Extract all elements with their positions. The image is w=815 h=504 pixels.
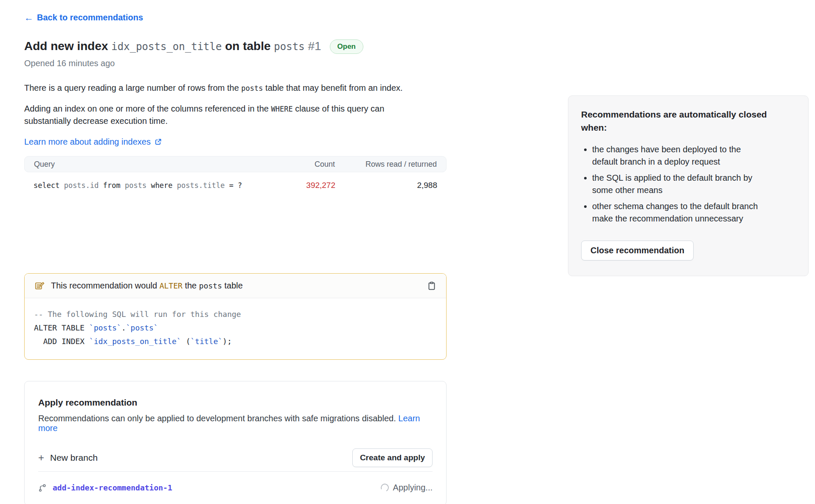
alter-text: the (183, 281, 199, 290)
alter-sql-code: -- The following SQL will run for this c… (25, 298, 446, 359)
main-column: ← Back to recommendations Add new index … (24, 0, 447, 504)
title-table-name: posts (274, 41, 304, 53)
applying-status: Applying... (381, 483, 433, 493)
alter-keyword: ALTER (160, 281, 183, 290)
title-index-name: idx_posts_on_title (111, 41, 222, 53)
sql-identifier: `posts` (126, 323, 158, 332)
rows-read-returned-value: 2,988 (335, 181, 437, 190)
apply-recommendation-card: Apply recommendation Recommendations can… (24, 381, 447, 504)
recommendation-page: ← Back to recommendations Add new index … (0, 0, 815, 504)
status-badge: Open (330, 39, 363, 54)
back-link-label: Back to recommendations (37, 13, 143, 22)
sql-keyword: ALTER TABLE (34, 323, 89, 332)
query-table-row: select posts.id from posts where posts.t… (24, 172, 447, 190)
intro-paragraph-1: There is a query reading a large number … (24, 82, 427, 94)
title-text-1: Add new index (24, 39, 108, 53)
auto-close-condition: other schema changes to the default bran… (592, 200, 762, 225)
query-table-header: Query Count Rows read / returned (24, 156, 447, 172)
back-to-recommendations-link[interactable]: ← Back to recommendations (24, 13, 143, 22)
applying-label: Applying... (393, 483, 433, 493)
alter-notice-text: This recommendation would ALTER the post… (51, 280, 243, 291)
sql-punct: ); (222, 337, 232, 346)
apply-description-text: Recommendations can only be applied to d… (38, 414, 398, 423)
sql-token: select (34, 181, 64, 190)
opened-timestamp: Opened 16 minutes ago (24, 59, 447, 68)
back-arrow-icon: ← (24, 13, 34, 22)
sql-punct: ( (181, 337, 191, 346)
new-branch-row: + New branch Create and apply (38, 448, 433, 467)
learn-more-indexes-link[interactable]: Learn more about adding indexes (24, 137, 162, 147)
sql-identifier: `title` (190, 337, 222, 346)
p1-text: There is a query reading a large number … (24, 83, 241, 92)
spinner-icon (379, 482, 390, 493)
sql-identifier: `idx_posts_on_title` (89, 337, 181, 346)
sql-token: posts.id (64, 181, 103, 190)
sql-punct: . (121, 323, 126, 332)
p2-text: Adding an index on one or more of the co… (24, 104, 271, 113)
sql-token: = ? (229, 181, 242, 190)
column-header-rows-read: Rows read / returned (335, 160, 437, 169)
intro-paragraph-2: Adding an index on one or more of the co… (24, 103, 427, 127)
auto-close-conditions-list: the changes have been deployed to the de… (581, 143, 795, 225)
sql-keyword: ADD INDEX (34, 337, 89, 346)
close-recommendation-button[interactable]: Close recommendation (581, 241, 694, 260)
query-table: Query Count Rows read / returned select … (24, 156, 447, 190)
recommendation-number: #1 (308, 39, 321, 53)
p1-table-code: posts (241, 84, 263, 92)
copy-sql-button[interactable] (427, 281, 437, 291)
query-count-value: 392,272 (259, 181, 335, 190)
branch-row: add-index-recommendation-1 Applying... (38, 475, 433, 501)
git-branch-icon (38, 483, 47, 493)
alter-table-code: posts (199, 281, 222, 290)
sql-identifier: `posts` (89, 323, 121, 332)
alter-text: This recommendation would (51, 281, 160, 290)
column-header-query: Query (34, 160, 259, 169)
sql-token: where (151, 181, 177, 190)
auto-close-condition: the changes have been deployed to the de… (592, 143, 762, 168)
apply-card-description: Recommendations can only be applied to d… (38, 414, 433, 433)
auto-close-card-title: Recommendations are automatically closed… (581, 108, 776, 134)
auto-close-condition: the SQL is applied to the default branch… (592, 172, 762, 196)
branch-name-link[interactable]: add-index-recommendation-1 (53, 483, 172, 492)
plus-icon: + (38, 453, 44, 463)
sql-token: from (103, 181, 125, 190)
title-row: Add new index idx_posts_on_title on tabl… (24, 38, 447, 55)
query-sql-text: select posts.id from posts where posts.t… (34, 181, 259, 190)
page-title: Add new index idx_posts_on_title on tabl… (24, 38, 321, 55)
create-and-apply-button[interactable]: Create and apply (352, 448, 433, 467)
sql-comment: -- The following SQL will run for this c… (34, 310, 241, 319)
sql-token: posts (125, 181, 151, 190)
new-branch-label: New branch (50, 453, 98, 463)
alter-text: table (222, 281, 243, 290)
alter-notice-header: This recommendation would ALTER the post… (25, 274, 446, 298)
sql-token: posts.title (177, 181, 229, 190)
learn-more-label: Learn more about adding indexes (24, 137, 151, 147)
apply-card-divider (38, 471, 433, 472)
external-link-icon (154, 138, 162, 146)
auto-close-info-card: Recommendations are automatically closed… (568, 95, 809, 276)
p1-text-after: table that may benefit from an index. (263, 83, 403, 92)
p2-where-code: WHERE (271, 105, 292, 113)
note-edit-icon (34, 280, 45, 291)
alter-notice-box: This recommendation would ALTER the post… (24, 273, 447, 360)
apply-card-title: Apply recommendation (38, 398, 433, 408)
column-header-count: Count (259, 160, 335, 169)
sidebar-column: Recommendations are automatically closed… (568, 95, 809, 276)
title-text-2: on table (225, 39, 270, 53)
